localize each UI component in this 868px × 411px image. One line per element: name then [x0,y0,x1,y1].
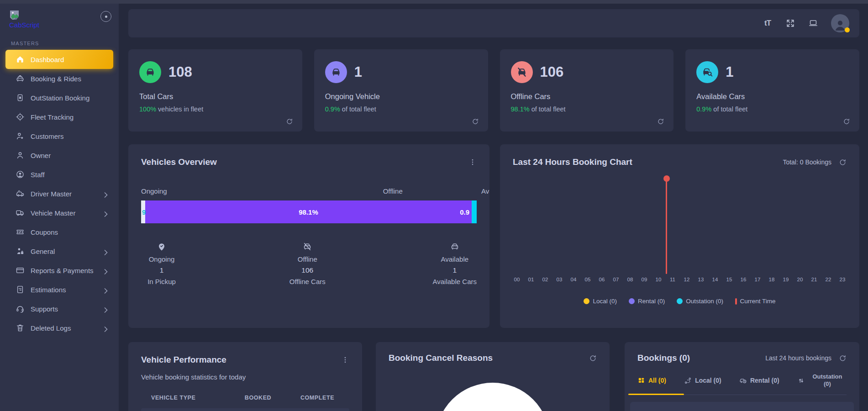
refresh-icon[interactable] [286,118,293,125]
cancel-reasons-pie-chart[interactable] [436,383,550,411]
tab-rental[interactable]: Rental (0) [739,377,779,385]
sidebar-item-label: General [31,248,55,255]
refresh-icon[interactable] [472,118,479,125]
sidebar-item-dashboard[interactable]: Dashboard [5,50,113,69]
stat-card-offline-cars: 106 Offline Cars 98.1% of total fleet [500,49,674,132]
booking-cancel-reasons-panel: Booking Cancel Reasons [376,342,610,411]
sidebar-item-label: OutStation Booking [31,94,89,102]
sidebar-item-fleet-tracking[interactable]: Fleet Tracking [5,107,113,126]
chevron-right-icon [101,267,108,274]
stat-cards-row: 108 Total Cars 100% vehicles in fleet 1 [128,49,859,132]
home-icon [16,55,25,64]
sidebar-item-estimations[interactable]: Estimations [5,280,113,299]
panel-title: Bookings (0) [637,353,690,363]
sidebar-item-label: Dashboard [31,56,64,63]
sidebar-item-vehicle-master[interactable]: Vehicle Master [5,203,113,222]
car-off-icon [511,61,533,83]
headset-icon [16,304,25,313]
overview-stat-available: Available 1 Available Cars [433,242,477,285]
header-bar: tT [128,9,859,37]
tab-outstation[interactable]: Outstation (0) [797,373,847,388]
top-scrollbar-strip[interactable] [0,0,868,4]
app-root: CabScript MASTERS Dashboard Booking & Ri… [0,0,868,411]
vehicles-overview-stacked-bar[interactable]: 98.1% 9 0.9 [141,200,477,223]
sidebar-item-staff[interactable]: Staff [5,165,113,184]
sidebar-item-customers[interactable]: Customers [5,126,113,146]
overview-stat-offline: Offline 106 Offline Cars [287,242,328,285]
brand-name: CabScript [9,21,110,29]
user-icon [16,151,25,160]
label-ongoing: Ongoing [141,187,309,195]
sidebar-item-coupons[interactable]: Coupons [5,222,113,242]
refresh-icon[interactable] [839,354,847,362]
panel-title: Booking Cancel Reasons [389,353,493,363]
laptop-icon[interactable] [808,18,818,28]
vehicles-overview-panel: Vehicles Overview Ongoing Offline Availa… [128,144,489,328]
sidebar-pin-toggle-icon[interactable] [100,11,111,22]
car-clock-icon [739,377,747,385]
bar-segment-offline[interactable]: 98.1% [145,200,472,223]
stat-subtext: 98.1% of total fleet [511,105,663,113]
user-avatar[interactable] [831,14,849,32]
brand-logo[interactable]: CabScript [0,4,119,29]
bookings-panel: Bookings (0) Last 24 hours bookings All … [625,342,859,411]
booking-card-icon [16,93,25,102]
stat-label: Total Cars [139,92,291,101]
col-header-vehicle-type: VEHICLE TYPE [141,395,231,401]
active-tab-indicator [628,394,684,395]
sidebar-item-label: Driver Master [31,190,72,198]
chevron-right-icon [101,306,108,312]
bar-label-available: 0.9 [460,200,469,223]
status-dot [845,27,850,32]
label-offline: Offline [309,187,477,195]
booking-chart-plot-area[interactable] [513,170,847,274]
refresh-icon[interactable] [589,354,597,362]
refresh-icon[interactable] [839,158,847,166]
sidebar: CabScript MASTERS Dashboard Booking & Ri… [0,4,119,411]
more-options-icon[interactable] [468,158,477,166]
map-pin-check-icon [157,242,167,252]
vehicles-icon [16,208,25,217]
sidebar-item-booking-rides[interactable]: Booking & Rides [5,69,113,88]
booking-chart-legend: Local (0) Rental (0) Outstation (0) Curr… [513,298,847,305]
sidebar-item-owner[interactable]: Owner [5,146,113,165]
tab-all[interactable]: All (0) [637,377,666,385]
fullscreen-icon[interactable] [785,18,795,28]
sidebar-item-reports-payments[interactable]: Reports & Payments [5,261,113,280]
car-front-icon [325,61,347,83]
text-size-icon[interactable]: tT [763,18,773,28]
sidebar-item-outstation-booking[interactable]: OutStation Booking [5,88,113,107]
legend-current-time: Current Time [735,298,776,305]
user-star-icon [16,132,25,141]
car-off-icon [302,242,312,252]
panel-title: Last 24 Hours Booking Chart [513,157,632,167]
bookings-tabs: All (0) Local (0) Rental (0) Outstat [637,373,847,388]
stat-value: 106 [540,64,564,80]
sidebar-item-general[interactable]: General [5,242,113,261]
sidebar-item-label: Customers [31,132,64,140]
user-circle-icon [16,170,25,179]
refresh-icon[interactable] [843,118,850,125]
bar-segment-available[interactable] [472,200,477,223]
sidebar-item-supports[interactable]: Supports [5,299,113,318]
more-options-icon[interactable] [341,356,349,364]
car-front-icon [139,61,161,83]
panel-title: Vehicles Overview [141,157,217,167]
refresh-icon[interactable] [657,118,664,125]
stat-value: 1 [354,64,362,80]
legend-rental: Rental (0) [629,298,665,305]
sidebar-item-deleted-logs[interactable]: Deleted Logs [5,318,113,337]
table-row[interactable] [141,408,349,411]
current-time-marker [666,178,668,274]
tab-local[interactable]: Local (0) [684,377,721,385]
total-bookings-text: Total: 0 Bookings [783,158,831,166]
sidebar-item-label: Reports & Payments [31,267,94,274]
bar-label-ongoing-clipped: 9 [142,200,146,223]
local-dot-icon [584,298,589,304]
sidebar-item-label: Staff [31,171,45,179]
sidebar-menu: Dashboard Booking & Rides OutStatio [0,50,119,337]
sidebar-item-label: Estimations [31,286,66,294]
overview-stats: Ongoing 1 In Pickup Offline 106 Offline … [141,242,477,285]
sidebar-item-driver-master[interactable]: Driver Master [5,184,113,203]
car-search-icon [696,61,718,83]
